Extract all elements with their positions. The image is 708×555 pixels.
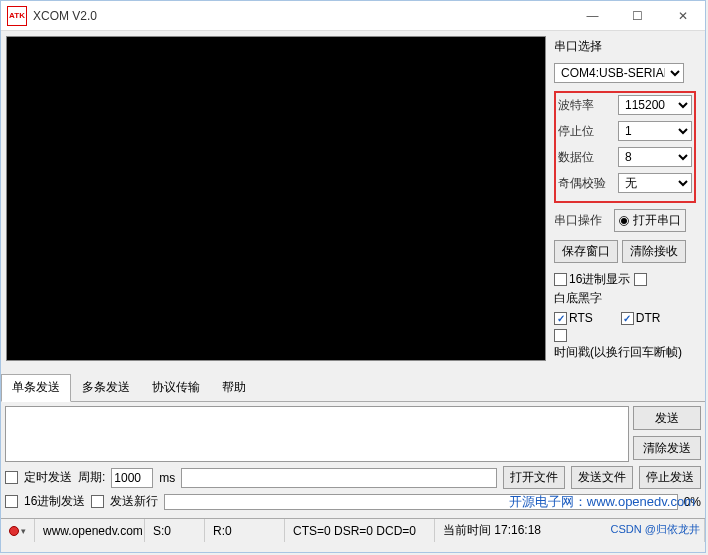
send-button[interactable]: 发送	[633, 406, 701, 430]
terminal-output[interactable]	[6, 36, 546, 361]
status-recv: R:0	[205, 519, 285, 542]
tab-help[interactable]: 帮助	[211, 374, 257, 401]
maximize-button[interactable]: ☐	[615, 1, 660, 30]
watermark-link[interactable]: 开源电子网：www.openedv.com	[509, 493, 695, 511]
open-serial-button[interactable]: 打开串口	[614, 209, 686, 232]
parity-select[interactable]: 无	[618, 173, 692, 193]
serial-op-label: 串口操作	[554, 212, 610, 229]
tab-single[interactable]: 单条发送	[1, 374, 71, 402]
send-textarea[interactable]	[5, 406, 629, 462]
timed-send-label: 定时发送	[24, 469, 72, 486]
send-file-button[interactable]: 发送文件	[571, 466, 633, 489]
dtr-label: DTR	[636, 311, 661, 325]
timestamp-checkbox[interactable]	[554, 329, 567, 342]
titlebar: ATK XCOM V2.0 — ☐ ✕	[1, 1, 705, 31]
timestamp-label: 时间戳(以换行回车断帧)	[554, 344, 682, 361]
clear-send-button[interactable]: 清除发送	[633, 436, 701, 460]
status-url[interactable]: www.openedv.com	[35, 519, 145, 542]
tab-multi[interactable]: 多条发送	[71, 374, 141, 401]
status-bar: ▾ www.openedv.com S:0 R:0 CTS=0 DSR=0 DC…	[1, 518, 705, 542]
hex-send-checkbox[interactable]	[5, 495, 18, 508]
databit-label: 数据位	[558, 149, 614, 166]
rts-label: RTS	[569, 311, 593, 325]
port-select[interactable]: COM4:USB-SERIAL	[554, 63, 684, 83]
stopbit-label: 停止位	[558, 123, 614, 140]
baud-select[interactable]: 115200	[618, 95, 692, 115]
save-window-button[interactable]: 保存窗口	[554, 240, 618, 263]
serial-section-label: 串口选择	[554, 38, 602, 55]
dtr-checkbox[interactable]	[621, 312, 634, 325]
tab-proto[interactable]: 协议传输	[141, 374, 211, 401]
white-bg-checkbox[interactable]	[634, 273, 647, 286]
open-file-button[interactable]: 打开文件	[503, 466, 565, 489]
file-path-input[interactable]	[181, 468, 497, 488]
timed-send-checkbox[interactable]	[5, 471, 18, 484]
white-bg-label: 白底黑字	[554, 290, 602, 307]
close-button[interactable]: ✕	[660, 1, 705, 30]
period-unit: ms	[159, 471, 175, 485]
databit-select[interactable]: 8	[618, 147, 692, 167]
clear-recv-button[interactable]: 清除接收	[622, 240, 686, 263]
status-time: 当前时间 17:16:18CSDN @归依龙井	[435, 519, 705, 542]
send-newline-label: 发送新行	[110, 493, 158, 510]
period-input[interactable]	[111, 468, 153, 488]
send-newline-checkbox[interactable]	[91, 495, 104, 508]
stop-send-button[interactable]: 停止发送	[639, 466, 701, 489]
hex-display-label: 16进制显示	[569, 271, 630, 288]
baud-label: 波特率	[558, 97, 614, 114]
serial-params-highlight: 波特率115200 停止位1 数据位8 奇偶校验无	[554, 91, 696, 203]
status-sent: S:0	[145, 519, 205, 542]
hex-send-label: 16进制发送	[24, 493, 85, 510]
minimize-button[interactable]: —	[570, 1, 615, 30]
parity-label: 奇偶校验	[558, 175, 614, 192]
window-title: XCOM V2.0	[33, 9, 570, 23]
radio-icon	[619, 216, 629, 226]
stopbit-select[interactable]: 1	[618, 121, 692, 141]
app-icon: ATK	[7, 6, 27, 26]
chevron-down-icon[interactable]: ▾	[21, 526, 26, 536]
period-label: 周期:	[78, 469, 105, 486]
status-cts: CTS=0 DSR=0 DCD=0	[285, 519, 435, 542]
rts-checkbox[interactable]	[554, 312, 567, 325]
watermark-author: CSDN @归依龙井	[611, 522, 700, 537]
record-icon[interactable]	[9, 526, 19, 536]
hex-display-checkbox[interactable]	[554, 273, 567, 286]
send-tabs: 单条发送 多条发送 协议传输 帮助	[1, 374, 705, 402]
